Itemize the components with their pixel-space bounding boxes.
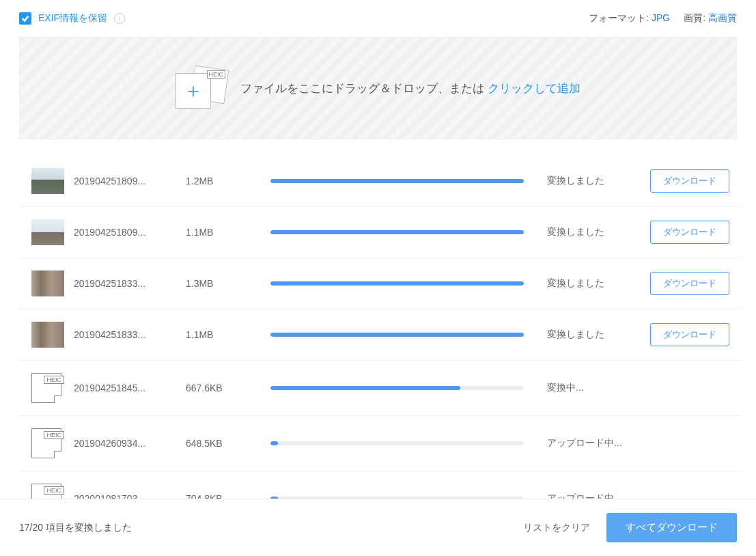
quality-label: 画質: (684, 12, 705, 23)
dropzone-text: ファイルをここにドラッグ＆ドロップ、または クリックして追加 (240, 81, 580, 96)
file-row: 201904251833... 1.1MB 変換しました ダウンロード (19, 309, 741, 361)
progress-bar (270, 179, 524, 183)
file-name: 202001081703... (74, 493, 176, 499)
action-cell: ダウンロード (645, 169, 734, 193)
footer-status: 17/20 項目を変換しました (19, 522, 132, 534)
file-name: 201904251833... (74, 278, 176, 289)
download-button[interactable]: ダウンロード (650, 272, 729, 295)
quality-value[interactable]: 高画質 (708, 12, 737, 23)
file-status: アップロード中... (547, 492, 636, 499)
heic-file-icon: HEIC (31, 484, 64, 499)
footer-right: リストをクリア すべてダウンロード (523, 513, 737, 542)
progress-bar (270, 333, 524, 337)
file-size: 1.1MB (186, 329, 261, 340)
clear-list-link[interactable]: リストをクリア (523, 522, 590, 534)
footer: 17/20 項目を変換しました リストをクリア すべてダウンロード (0, 499, 756, 556)
progress-bar (270, 441, 524, 445)
file-name: 201904251845... (74, 383, 176, 393)
dropzone-add-link[interactable]: クリックして追加 (488, 82, 580, 95)
download-all-button[interactable]: すべてダウンロード (606, 513, 737, 542)
progress-bar (270, 386, 524, 390)
exif-label: EXIF情報を保留 (38, 12, 107, 25)
file-size: 648.5KB (186, 438, 261, 449)
file-status: 変換しました (547, 329, 636, 341)
file-row: HEIC 201904251845... 667.6KB 変換中... (19, 361, 741, 416)
file-row: HEIC 202001081703... 704.8KB アップロード中... (19, 471, 741, 499)
file-status: 変換中... (547, 382, 636, 394)
file-size: 1.3MB (186, 278, 261, 289)
heic-file-icon: HEIC (31, 428, 64, 458)
file-status: 変換しました (547, 226, 636, 238)
thumbnail (31, 322, 64, 348)
format-group: フォーマット: JPG (589, 12, 670, 25)
info-icon[interactable]: i (114, 13, 125, 24)
topbar: EXIF情報を保留 i フォーマット: JPG 画質: 高画質 (0, 0, 756, 37)
quality-group: 画質: 高画質 (684, 12, 737, 25)
file-name: 201904251833... (74, 329, 176, 340)
dropzone-file-icon: ＋ HEIC (176, 68, 227, 109)
format-value[interactable]: JPG (652, 12, 670, 23)
file-size: 1.1MB (186, 227, 261, 238)
file-row: 201904251809... 1.1MB 変換しました ダウンロード (19, 207, 741, 258)
file-status: 変換しました (547, 277, 636, 290)
action-cell: ダウンロード (645, 272, 734, 295)
file-size: 704.8KB (186, 493, 261, 499)
exif-checkbox[interactable] (19, 12, 31, 25)
file-list-scroll[interactable]: 201904251809... 1.2MB 変換しました ダウンロード 2019… (19, 156, 744, 499)
plus-icon: ＋ (184, 78, 203, 104)
file-name: 201904260934... (74, 438, 176, 449)
dropzone[interactable]: ＋ HEIC ファイルをここにドラッグ＆ドロップ、または クリックして追加 (19, 37, 737, 139)
file-row: 201904251809... 1.2MB 変換しました ダウンロード (19, 156, 741, 207)
download-button[interactable]: ダウンロード (650, 169, 729, 193)
progress-bar (270, 281, 524, 286)
download-button[interactable]: ダウンロード (650, 323, 729, 346)
thumbnail (31, 168, 64, 194)
file-name: 201904251809... (74, 227, 176, 238)
file-size: 667.6KB (186, 383, 261, 393)
action-cell: ダウンロード (645, 323, 734, 346)
file-name: 201904251809... (74, 176, 176, 186)
file-row: 201904251833... 1.3MB 変換しました ダウンロード (19, 258, 741, 309)
format-label: フォーマット: (589, 12, 649, 23)
progress-bar (270, 230, 524, 234)
file-status: アップロード中... (547, 437, 636, 449)
heic-tag: HEIC (207, 70, 226, 79)
file-list: 201904251809... 1.2MB 変換しました ダウンロード 2019… (19, 156, 744, 499)
topbar-left: EXIF情報を保留 i (19, 12, 125, 25)
topbar-right: フォーマット: JPG 画質: 高画質 (589, 12, 737, 25)
file-status: 変換しました (547, 175, 636, 187)
file-row: HEIC 201904260934... 648.5KB アップロード中... (19, 416, 741, 471)
download-button[interactable]: ダウンロード (650, 221, 729, 244)
progress-bar (270, 497, 524, 499)
thumbnail (31, 270, 64, 296)
action-cell: ダウンロード (645, 221, 734, 244)
heic-file-icon: HEIC (31, 373, 64, 403)
thumbnail (31, 219, 64, 245)
file-size: 1.2MB (186, 176, 261, 186)
